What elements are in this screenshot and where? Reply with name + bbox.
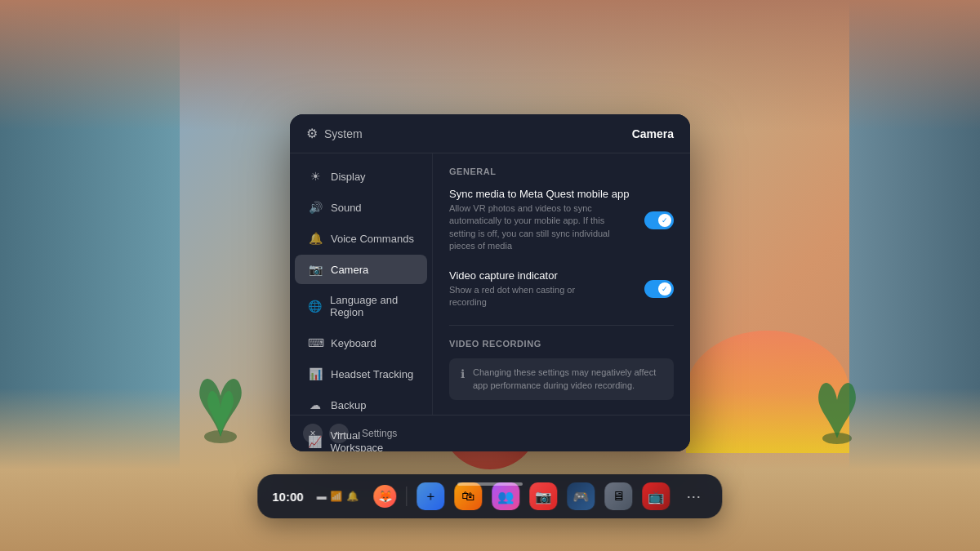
sidebar-item-camera[interactable]: 📷 Camera (295, 255, 427, 284)
minimize-button[interactable]: — (329, 424, 349, 443)
wifi-icon: 📶 (331, 491, 343, 502)
display-icon: ☀ (308, 170, 323, 183)
video-capture-toggle[interactable]: ✓ (644, 280, 674, 298)
window-body: ☀ Display 🔊 Sound 🔔 Voice Commands 📷 Cam… (290, 153, 690, 415)
plant-right (808, 371, 866, 445)
backup-icon: ☁ (308, 398, 323, 411)
reset-settings-info: Reset recording Settings Set all video r… (449, 413, 568, 415)
sidebar: ☀ Display 🔊 Sound 🔔 Voice Commands 📷 Cam… (290, 153, 433, 415)
reset-settings-name: Reset recording Settings (449, 413, 568, 415)
taskbar: 10:00 ▬ 📶 🔔 🦊 ＋ 🛍 👥 📷 🎮 🖥 📺 ⋯ (257, 474, 722, 518)
sync-media-check-icon: ✓ (662, 216, 668, 224)
sound-icon: 🔊 (308, 201, 323, 214)
taskbar-app-store[interactable]: 🛍 (455, 482, 483, 510)
taskbar-app-link[interactable]: ＋ (417, 482, 445, 510)
sidebar-item-headset-label: Headset Tracking (331, 368, 413, 380)
sync-media-name: Sync media to Meta Quest mobile app (449, 188, 644, 200)
sidebar-item-language[interactable]: 🌐 Language and Region (295, 286, 427, 327)
store-icon: 🛍 (462, 489, 475, 504)
taskbar-app-social[interactable]: 👥 (492, 482, 520, 510)
info-box: ℹ Changing these settings may negatively… (449, 358, 674, 400)
video-capture-desc: Show a red dot when casting or recording (449, 284, 612, 309)
info-text: Changing these settings may negatively a… (473, 367, 662, 392)
sidebar-item-backup[interactable]: ☁ Backup (295, 390, 427, 420)
sidebar-item-camera-label: Camera (331, 264, 368, 276)
sync-media-toggle-knob: ✓ (658, 214, 671, 227)
plus-icon: ＋ (425, 488, 438, 505)
battery-icon: ▬ (317, 491, 327, 502)
settings-window: ⚙ System Camera ☀ Display 🔊 Sound 🔔 Voic… (290, 114, 690, 451)
taskbar-app-game[interactable]: 🎮 (568, 482, 595, 510)
camera-taskbar-icon: 📷 (536, 489, 552, 504)
sidebar-item-sound[interactable]: 🔊 Sound (295, 193, 427, 222)
section-divider (449, 325, 674, 326)
camera-nav-icon: 📷 (308, 263, 323, 276)
taskbar-app-camera[interactable]: 📷 (530, 482, 558, 510)
sidebar-item-keyboard-label: Keyboard (331, 337, 376, 349)
general-section-title: General (449, 167, 674, 176)
video-capture-name: Video capture indicator (449, 269, 644, 282)
sidebar-item-headset[interactable]: 📊 Headset Tracking (295, 359, 427, 389)
grid-icon: ⋯ (687, 487, 702, 505)
plant-left (188, 363, 253, 445)
game-icon: 🎮 (573, 489, 590, 504)
header-camera-label: Camera (632, 127, 674, 140)
header-system: ⚙ System (306, 126, 632, 141)
video-capture-check-icon: ✓ (662, 285, 668, 293)
sidebar-item-display-label: Display (331, 171, 366, 183)
avatar: 🦊 (374, 485, 397, 508)
sidebar-item-sound-label: Sound (331, 202, 362, 214)
people-icon: 👥 (498, 489, 514, 504)
taskbar-app-browser[interactable]: 🖥 (605, 482, 633, 510)
header-system-label: System (324, 127, 363, 140)
reset-settings-row: Reset recording Settings Set all video r… (449, 413, 674, 415)
info-icon: ℹ (461, 367, 465, 380)
sidebar-item-backup-label: Backup (331, 399, 366, 411)
taskbar-app-grid[interactable]: ⋯ (680, 482, 708, 510)
sync-media-row: Sync media to Meta Quest mobile app Allo… (449, 188, 674, 253)
sidebar-item-language-label: Language and Region (330, 294, 414, 318)
window-header: ⚙ System Camera (290, 114, 690, 153)
taskbar-app-tv[interactable]: 📺 (643, 482, 670, 510)
headset-icon: 📊 (308, 367, 323, 380)
footer-title: Settings (362, 428, 397, 439)
content-area: General Sync media to Meta Quest mobile … (433, 153, 690, 415)
language-icon: 🌐 (308, 300, 322, 313)
sidebar-item-display[interactable]: ☀ Display (295, 162, 427, 191)
sync-media-toggle[interactable]: ✓ (644, 211, 674, 229)
taskbar-status: ▬ 📶 🔔 (317, 491, 359, 502)
settings-gear-icon: ⚙ (306, 126, 318, 141)
video-capture-info: Video capture indicator Show a red dot w… (449, 269, 644, 309)
workspace-icon: 📈 (308, 435, 323, 448)
bg-ceiling (0, 0, 980, 131)
sync-media-desc: Allow VR photos and videos to sync autom… (449, 202, 612, 253)
tv-icon: 📺 (648, 489, 665, 504)
taskbar-divider (407, 487, 408, 506)
bell-icon: 🔔 (347, 491, 359, 502)
video-capture-toggle-knob: ✓ (658, 282, 671, 295)
sidebar-item-voice-commands[interactable]: 🔔 Voice Commands (295, 224, 427, 253)
video-recording-title: Video Recording (449, 339, 674, 349)
minimize-icon: — (334, 428, 344, 439)
sync-media-info: Sync media to Meta Quest mobile app Allo… (449, 188, 644, 253)
home-indicator (457, 482, 523, 486)
voice-commands-icon: 🔔 (308, 232, 323, 245)
taskbar-time: 10:00 (272, 490, 303, 504)
sidebar-item-voice-label: Voice Commands (331, 233, 414, 245)
browser-icon: 🖥 (612, 489, 626, 504)
video-recording-section: Video Recording ℹ Changing these setting… (449, 339, 674, 415)
sidebar-item-keyboard[interactable]: ⌨ Keyboard (295, 328, 427, 358)
keyboard-icon: ⌨ (308, 336, 323, 349)
video-capture-row: Video capture indicator Show a red dot w… (449, 269, 674, 309)
